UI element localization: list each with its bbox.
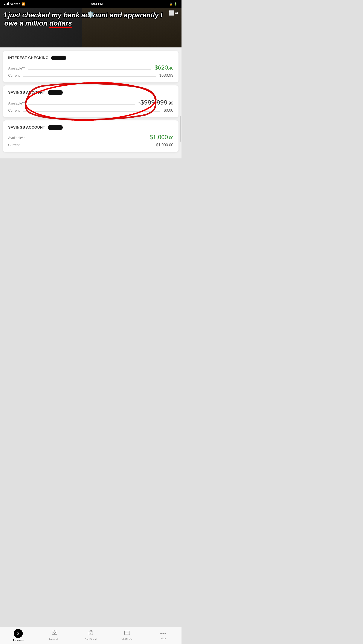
savings-neg-available-line — [28, 104, 135, 104]
savings-negative-account-card[interactable]: SAVINGS ACCOUNT Available** -$999,999.99… — [3, 86, 178, 118]
savings-neg-account-title: SAVINGS ACCOUNT — [8, 90, 45, 95]
savings-pos-account-title: SAVINGS ACCOUNT — [8, 125, 45, 130]
checking-current-label: Current — [8, 74, 20, 78]
time-display: 6:51 PM — [91, 2, 103, 6]
checking-available-amount: $620.48 — [155, 64, 173, 71]
savings-pos-current-amount: $1,000.00 — [156, 143, 173, 147]
meme-underline-word: dollars — [49, 19, 72, 28]
scrollbar[interactable] — [180, 116, 181, 142]
status-bar: Verizon 📶 6:51 PM 🔒 🔋 — [0, 0, 182, 8]
savings-neg-current-label: Current — [8, 108, 20, 112]
savings-neg-current-amount: $0.00 — [164, 108, 173, 113]
savings-neg-current-row: Current $0.00 — [8, 108, 173, 113]
savings-pos-title-row: SAVINGS ACCOUNT — [8, 125, 173, 130]
savings-pos-current-row: Current $1,000.00 — [8, 143, 173, 147]
savings-positive-account-card[interactable]: SAVINGS ACCOUNT Available** $1,000.00 Cu… — [3, 120, 178, 152]
savings-neg-available-label: Available** — [8, 102, 25, 106]
checking-current-row: Current $630.93 — [8, 73, 173, 78]
savings-neg-available-amount: -$999,999.99 — [138, 99, 173, 106]
status-left: Verizon 📶 — [4, 2, 25, 6]
checking-account-mask — [51, 56, 66, 60]
checking-account-card[interactable]: INTEREST CHECKING Available** $620.48 Cu… — [3, 51, 178, 82]
checking-current-line — [23, 76, 156, 77]
savings-pos-account-mask — [48, 125, 63, 130]
savings-pos-current-label: Current — [8, 143, 20, 147]
savings-pos-current-line — [23, 146, 153, 146]
savings-neg-account-mask — [48, 90, 63, 95]
signal-bars-icon — [4, 2, 9, 5]
share-icon-topright: ⬜➡ — [169, 10, 178, 16]
checking-title-row: INTEREST CHECKING — [8, 56, 173, 60]
shield-icon: 🛡️ — [87, 11, 95, 18]
savings-pos-available-amount: $1,000.00 — [150, 134, 173, 140]
arrow-icon-topleft: ↗ — [3, 10, 7, 16]
savings-pos-available-row: Available** $1,000.00 — [8, 134, 173, 140]
checking-available-label: Available** — [8, 66, 25, 70]
savings-neg-available-row: Available** -$999,999.99 — [8, 99, 173, 106]
savings-neg-title-row: SAVINGS ACCOUNT — [8, 90, 173, 95]
carrier-label: Verizon — [10, 2, 20, 6]
savings-pos-available-label: Available** — [8, 136, 25, 140]
wifi-icon: 📶 — [22, 2, 25, 6]
savings-neg-current-line — [23, 112, 160, 112]
checking-current-amount: $630.93 — [159, 73, 173, 78]
lock-icon: 🔒 — [169, 2, 172, 6]
meme-header: ↗ 🛡️ ⬜➡ I just checked my bank account a… — [0, 8, 182, 48]
checking-account-title: INTEREST CHECKING — [8, 56, 49, 60]
status-right: 🔒 🔋 — [169, 2, 177, 6]
main-content: INTEREST CHECKING Available** $620.48 Cu… — [0, 48, 182, 158]
checking-available-line — [28, 69, 151, 70]
checking-available-row: Available** $620.48 — [8, 64, 173, 71]
battery-icon: 🔋 — [174, 2, 177, 6]
